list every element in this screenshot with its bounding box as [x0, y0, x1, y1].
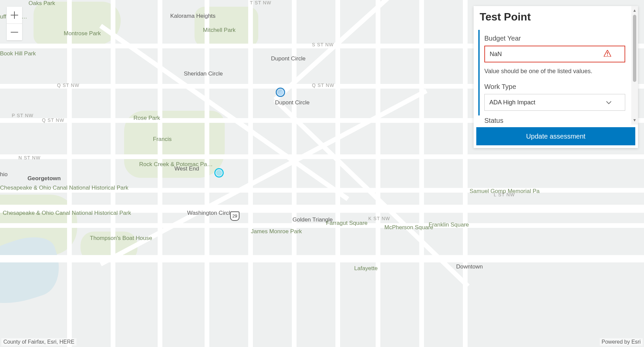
- map-label: hio: [0, 171, 8, 178]
- road-label: K ST NW: [368, 216, 390, 221]
- route-shield-29: 29: [230, 211, 239, 221]
- map-label: Farragut Square: [326, 220, 356, 227]
- map-label: Francis: [153, 136, 172, 143]
- budget-year-select[interactable]: NaN: [484, 46, 625, 62]
- zoom-out-button[interactable]: [7, 23, 22, 40]
- road-label: Q ST NW: [42, 117, 64, 123]
- scroll-thumb[interactable]: [633, 15, 636, 82]
- panel-title: Test Point: [480, 11, 625, 23]
- map-label: James Monroe Park: [251, 228, 281, 235]
- field-group-budget-year: Budget Year NaN Value should be one of t…: [478, 30, 625, 115]
- chevron-down-icon: [606, 99, 611, 106]
- scroll-down-icon: ▼: [633, 118, 637, 122]
- road-label: P ST NW: [12, 113, 34, 118]
- map-label: Dupont Circle: [271, 55, 306, 62]
- warning-icon: [604, 50, 611, 58]
- select-value: NaN: [490, 51, 502, 58]
- field-label: Status: [480, 117, 625, 125]
- map-label: Franklin Square: [429, 221, 459, 228]
- map-marker[interactable]: [276, 88, 285, 97]
- map-label: Rose Park: [133, 115, 160, 121]
- feature-form-panel: Test Point Budget Year NaN Value should …: [474, 6, 638, 148]
- field-label: Work Type: [484, 83, 625, 91]
- map-label: Washington Circle: [187, 210, 227, 216]
- update-assessment-button[interactable]: Update assessment: [476, 127, 635, 145]
- panel-scrollbar[interactable]: ▲ ▼: [631, 6, 638, 125]
- road-label: T ST NW: [250, 0, 271, 5]
- road-label: Q ST NW: [57, 83, 79, 88]
- svg-point-1: [607, 55, 608, 56]
- attribution-right[interactable]: Powered by Esri: [600, 338, 643, 346]
- map-label: Lafayette: [354, 265, 378, 272]
- road-label: Q ST NW: [312, 83, 334, 88]
- map-label: Mitchell Park: [203, 27, 235, 34]
- map-label: Chesapeake & Ohio Canal National Histori…: [3, 210, 63, 216]
- scroll-up-icon: ▲: [633, 8, 637, 13]
- map-label: Dupont Circle: [275, 99, 302, 106]
- map-label: Montrose Park: [64, 30, 101, 37]
- map-label: West End: [174, 165, 199, 172]
- map-viewport[interactable]: Kalorama Heights Mitchell Park Montrose …: [0, 0, 644, 347]
- map-label: Golden Triangle: [292, 216, 323, 223]
- map-label: Chesapeake & Ohio Canal National Histori…: [0, 185, 74, 191]
- map-label: Kalorama Heights: [169, 13, 216, 19]
- road-label: S ST NW: [312, 42, 334, 47]
- map-label: Oaks Park: [29, 0, 55, 7]
- map-label: Georgetown: [28, 175, 61, 182]
- error-message: Value should be one of the listed values…: [484, 68, 625, 75]
- attribution-left: County of Fairfax, Esri, HERE: [1, 338, 76, 346]
- road-label: N ST NW: [18, 155, 41, 160]
- map-label: Thompson's Boat House: [90, 235, 130, 242]
- plus-icon: [11, 11, 18, 19]
- map-label: Sheridan Circle: [184, 70, 214, 77]
- minus-icon: [11, 29, 18, 36]
- zoom-in-button[interactable]: [7, 7, 22, 23]
- map-label: Downtown: [456, 263, 483, 270]
- map-label: Book Hill Park: [0, 50, 23, 57]
- field-label: Budget Year: [484, 35, 625, 42]
- map-marker-selected[interactable]: [214, 168, 224, 178]
- zoom-control: [7, 7, 22, 40]
- select-value: ADA High Impact: [489, 99, 535, 106]
- work-type-select[interactable]: ADA High Impact: [484, 94, 625, 111]
- road-label: L ST NW: [494, 192, 515, 197]
- map-label: McPherson Square: [384, 224, 425, 231]
